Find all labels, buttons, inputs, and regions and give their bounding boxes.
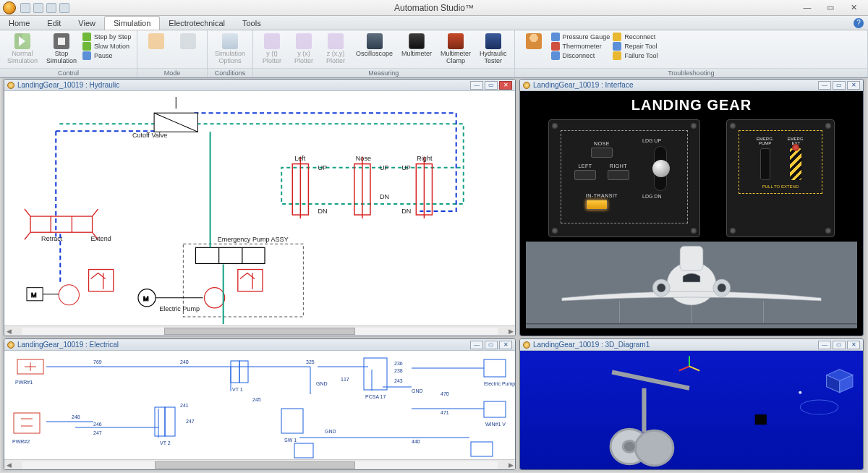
svg-point-103 (800, 400, 838, 414)
svg-rect-30 (183, 244, 303, 317)
pane-minimize-button[interactable]: — (470, 81, 483, 90)
svg-rect-58 (239, 361, 248, 383)
disconnect-button[interactable]: Disconnect (551, 51, 610, 60)
svg-text:247: 247 (186, 419, 195, 424)
electrical-scroll-h[interactable]: ◀▶ (4, 459, 515, 469)
svg-rect-57 (231, 361, 239, 383)
pane-maximize-button[interactable]: ▭ (485, 81, 498, 90)
menu-home[interactable]: Home (0, 16, 38, 30)
svg-text:UP: UP (380, 164, 389, 171)
menu-edit[interactable]: Edit (38, 16, 69, 30)
zxy-plotter-button[interactable]: z (x,y) Plotter (321, 32, 350, 67)
svg-line-96 (689, 366, 699, 370)
svg-rect-97 (755, 414, 767, 425)
oscilloscope-button[interactable]: Oscilloscope (353, 32, 396, 59)
svg-rect-54 (14, 413, 40, 433)
pane-minimize-button[interactable]: — (818, 341, 831, 349)
svg-text:Emergency Pump ASSY: Emergency Pump ASSY (218, 236, 289, 243)
pane-close-button[interactable]: ✕ (499, 81, 512, 90)
svg-rect-44 (680, 246, 703, 270)
ribbon: Normal Simulation Stop Simulation Step b… (0, 30, 868, 78)
pane-maximize-button[interactable]: ▭ (833, 341, 846, 349)
repair-tool-button[interactable]: Repair Tool (613, 42, 658, 51)
reconnect-button[interactable]: Reconnect (613, 33, 658, 41)
svg-text:Electric Pump: Electric Pump (159, 305, 200, 312)
ribbon-group-conditions-label: Conditions (208, 68, 252, 77)
window-minimize-button[interactable]: — (799, 3, 816, 12)
electrical-canvas[interactable]: PWR#1 PWR#2 VT 1 VT 2 PCSA 17 SW 1 SW 2 (4, 351, 515, 459)
gear-lever[interactable] (654, 146, 667, 191)
mode-button-2[interactable] (174, 32, 203, 52)
qat-save-icon[interactable] (20, 3, 30, 13)
yx-plotter-button[interactable]: y (x) Plotter (289, 32, 318, 67)
pane-maximize-button[interactable]: ▭ (833, 81, 846, 90)
svg-text:769: 769 (93, 359, 102, 365)
svg-point-104 (799, 391, 801, 394)
pressure-gauge-button[interactable]: Pressure Gauge (551, 33, 610, 41)
window-close-button[interactable]: ✕ (845, 3, 862, 12)
interface-canvas[interactable]: LANDING GEAR NOSE LEFT RIGHT IN-TRANSIT (520, 91, 863, 336)
help-icon[interactable]: ? (854, 18, 864, 28)
svg-text:117: 117 (341, 377, 349, 382)
svg-rect-29 (238, 270, 263, 291)
menu-simulation[interactable]: Simulation (104, 16, 160, 30)
qat-undo-icon[interactable] (33, 3, 43, 13)
window-maximize-button[interactable]: ▭ (822, 3, 839, 12)
pause-button[interactable]: Pause (82, 51, 132, 60)
svg-text:Left: Left (294, 155, 306, 162)
svg-text:245: 245 (252, 397, 261, 402)
svg-text:Extend: Extend (91, 235, 111, 242)
svg-text:325: 325 (306, 359, 315, 365)
pane-close-button[interactable]: ✕ (499, 341, 512, 349)
simulation-options-button[interactable]: Simulation Options (212, 32, 248, 67)
svg-text:238: 238 (394, 368, 403, 373)
pane-close-button[interactable]: ✕ (847, 81, 860, 90)
hydraulic-scroll-h[interactable]: ◀▶ (4, 325, 515, 336)
svg-text:DN: DN (318, 208, 327, 215)
aircraft-graphic (526, 242, 857, 328)
mode-button-1[interactable] (142, 32, 171, 52)
pane-electrical: LandingGear_10019 : Electrical — ▭ ✕ PWR… (4, 338, 516, 470)
step-by-step-button[interactable]: Step by Step (82, 33, 132, 41)
svg-text:Nose: Nose (356, 155, 371, 162)
ribbon-group-mode-label: Mode (137, 68, 207, 77)
menu-electrotechnical[interactable]: Electrotechnical (160, 16, 234, 30)
svg-text:VT 2: VT 2 (160, 440, 171, 446)
pane-minimize-button[interactable]: — (818, 81, 831, 90)
in-transit-light (586, 200, 608, 210)
pane-minimize-button[interactable]: — (470, 341, 483, 349)
menu-view[interactable]: View (69, 16, 104, 30)
emerg-pump-switch[interactable] (760, 148, 770, 180)
multimeter-button[interactable]: Multimeter (399, 32, 435, 59)
3d-canvas[interactable] (520, 351, 863, 469)
svg-text:M: M (31, 291, 37, 299)
emergency-panel: EMERG. PUMP EMERG. EXT PULL TO EXTEND (726, 119, 835, 237)
troubleshoot-agent-button[interactable] (519, 32, 548, 52)
app-title: Automation Studio™ (69, 3, 799, 13)
failure-tool-button[interactable]: Failure Tool (613, 51, 658, 60)
emerg-ext-handle[interactable] (790, 148, 801, 180)
workspace: LandingGear_10019 : Hydraulic — ▭ ✕ Cuto… (1, 78, 867, 472)
slow-motion-button[interactable]: Slow Motion (82, 42, 132, 51)
hydraulic-tester-button[interactable]: Hydraulic Tester (477, 32, 510, 67)
svg-text:VT 1: VT 1 (232, 387, 243, 392)
ribbon-group-troubleshooting-label: Troubleshooting (515, 68, 867, 77)
pane-maximize-button[interactable]: ▭ (485, 341, 498, 349)
svg-rect-71 (471, 442, 493, 456)
menu-tools[interactable]: Tools (234, 16, 270, 30)
qat-more-icon[interactable] (59, 3, 69, 13)
svg-text:241: 241 (180, 403, 189, 408)
svg-text:Electric
Pump: Electric Pump (484, 381, 515, 387)
normal-simulation-button[interactable]: Normal Simulation (4, 32, 41, 67)
hydraulic-canvas[interactable]: Cutoff Valve Left Nose Right UP UP UP DN… (4, 91, 515, 325)
thermometer-button[interactable]: Thermometer (551, 42, 610, 51)
pane-electrical-title: LandingGear_10019 : Electrical (17, 341, 119, 349)
left-light (574, 170, 596, 180)
qat-redo-icon[interactable] (46, 3, 56, 13)
svg-rect-28 (89, 270, 114, 291)
yt-plotter-button[interactable]: y (t) Plotter (258, 32, 286, 67)
stop-simulation-button[interactable]: Stop Simulation (43, 32, 80, 67)
pane-close-button[interactable]: ✕ (847, 341, 860, 349)
multimeter-clamp-button[interactable]: Multimeter Clamp (438, 32, 474, 67)
svg-point-102 (623, 440, 636, 452)
